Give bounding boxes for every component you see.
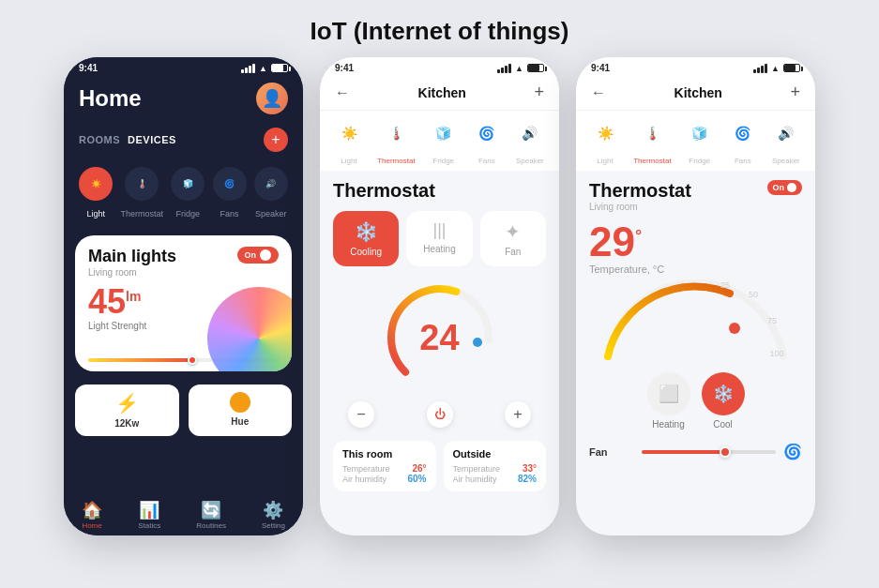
dial-value-2: 24 bbox=[419, 318, 459, 358]
dev3-light[interactable]: ☀️ Light bbox=[590, 118, 620, 167]
large-dial-svg: 100 75 50 25 bbox=[589, 277, 802, 361]
speaker-icon-2: 🔊 bbox=[515, 118, 545, 148]
temp-big-3: 29° bbox=[589, 221, 802, 263]
svg-text:75: 75 bbox=[767, 316, 777, 325]
heating-label-3: Heating bbox=[652, 419, 684, 430]
nav-statics[interactable]: 📊 Statics bbox=[138, 500, 160, 530]
dev2-light[interactable]: ☀️ Light bbox=[334, 118, 364, 167]
dev-speaker[interactable]: 🔊 Speaker bbox=[254, 167, 288, 220]
this-room-temp-value: 26° bbox=[412, 463, 426, 474]
tab-rooms[interactable]: ROOMS bbox=[79, 132, 128, 147]
fridge-icon-3: 🧊 bbox=[685, 118, 715, 148]
dev2-speaker[interactable]: 🔊 Speaker bbox=[515, 118, 545, 167]
signal-icon-2 bbox=[497, 64, 511, 73]
svg-point-2 bbox=[473, 338, 482, 347]
this-room-title: This room bbox=[342, 448, 427, 460]
svg-text:50: 50 bbox=[749, 290, 758, 299]
status-icons-3: ▲ bbox=[753, 64, 800, 73]
dev3-thermostat[interactable]: 🌡️ Thermostat bbox=[633, 118, 671, 167]
fan-slider-3[interactable] bbox=[642, 450, 776, 454]
mode-fan[interactable]: ✦ Fan bbox=[480, 211, 546, 266]
setting-icon: ⚙️ bbox=[262, 500, 285, 520]
hue-button[interactable]: Hue bbox=[189, 384, 293, 436]
dev3-fans[interactable]: 🌀 Fans bbox=[728, 118, 758, 167]
home-title: Home bbox=[79, 85, 142, 112]
outside-temp-row: Temperature 33° bbox=[453, 463, 538, 474]
phone-home: 9:41 ▲ Home ROOMS DEVICES + ☀️ Light bbox=[64, 57, 303, 535]
dev2-thermostat[interactable]: 🌡️ Thermostat bbox=[377, 118, 415, 167]
thermo-content-2: Thermostat ❄️ Cooling ||| Heating ✦ Fan bbox=[320, 171, 559, 433]
svg-text:100: 100 bbox=[769, 349, 783, 358]
mode-heating[interactable]: ||| Heating bbox=[406, 211, 472, 266]
add-button[interactable]: + bbox=[264, 128, 288, 152]
status-bar-2: 9:41 ▲ bbox=[320, 57, 559, 77]
bottom-nav: 🏠 Home 📊 Statics 🔄 Routines ⚙️ Setting bbox=[64, 492, 303, 535]
battery-icon-2 bbox=[527, 64, 544, 72]
dev-light[interactable]: ☀️ Light bbox=[79, 167, 113, 220]
sun-icon: ☀️ bbox=[91, 179, 101, 188]
phone3-header: ← Kitchen + bbox=[576, 77, 815, 111]
temp-unit-3: Temperature, °C bbox=[589, 264, 802, 275]
nav-home[interactable]: 🏠 Home bbox=[82, 500, 102, 530]
dev2-fans[interactable]: 🌀 Fans bbox=[472, 118, 502, 167]
toggle-knob bbox=[260, 249, 271, 261]
home-icon: 🏠 bbox=[82, 500, 102, 520]
dev-fans[interactable]: 🌀 Fans bbox=[213, 167, 247, 220]
bolt-button[interactable]: ⚡ 12Kw bbox=[75, 384, 179, 436]
wifi-icon-2: ▲ bbox=[515, 64, 523, 73]
plus-button-3[interactable]: + bbox=[790, 83, 800, 102]
dev3-speaker[interactable]: 🔊 Speaker bbox=[771, 118, 801, 167]
cool-btn-large[interactable]: ❄️ Cool bbox=[702, 372, 745, 430]
cool-label-3: Cool bbox=[713, 419, 733, 430]
thermo-subtitle-3: Living room bbox=[589, 202, 691, 212]
status-bar-3: 9:41 ▲ bbox=[576, 57, 815, 77]
ml-subtitle: Living room bbox=[88, 267, 279, 278]
fan-label-3: Fan bbox=[589, 446, 634, 458]
battery-icon-3 bbox=[783, 64, 800, 72]
outside-temp-label: Temperature bbox=[453, 464, 501, 474]
heating-btn-large[interactable]: ⬜ Heating bbox=[647, 372, 690, 430]
dev3-fridge[interactable]: 🧊 Fridge bbox=[685, 118, 715, 167]
heating-icon-3: ⬜ bbox=[659, 384, 679, 404]
bolt-label: 12Kw bbox=[114, 418, 139, 429]
plus-button-2[interactable]: + bbox=[534, 83, 544, 102]
ml-toggle[interactable]: On bbox=[237, 247, 280, 264]
dev-thermostat[interactable]: 🌡️ Thermostat bbox=[120, 167, 163, 220]
device-icons-light-2: ☀️ Light 🌡️ Thermostat 🧊 Fridge 🌀 Fans 🔊… bbox=[320, 111, 559, 171]
heating-label: Heating bbox=[423, 244, 455, 254]
status-time-2: 9:41 bbox=[335, 63, 354, 73]
device-buttons: ⚡ 12Kw Hue bbox=[64, 379, 303, 440]
decrease-button[interactable]: − bbox=[348, 401, 374, 428]
thermo-main-title-3: Thermostat bbox=[589, 180, 691, 202]
wifi-icon-1: ▲ bbox=[259, 64, 267, 73]
mode-buttons-large-3: ⬜ Heating ❄️ Cool bbox=[576, 365, 815, 437]
on-toggle-3[interactable]: On bbox=[767, 180, 803, 195]
increase-button[interactable]: + bbox=[505, 401, 531, 428]
thermo-title-2: Thermostat bbox=[333, 180, 546, 202]
fans-icon-3: 🌀 bbox=[728, 118, 758, 148]
tab-devices[interactable]: DEVICES bbox=[128, 132, 184, 147]
room-stats: This room Temperature 26° Air humidity 6… bbox=[320, 433, 559, 497]
outside-humidity-value: 82% bbox=[518, 474, 537, 484]
this-room-humidity-value: 60% bbox=[407, 474, 426, 484]
power-button[interactable]: ⏻ bbox=[427, 401, 453, 428]
status-bar-1: 9:41 ▲ bbox=[64, 57, 303, 77]
sun-icon-2: ☀️ bbox=[334, 118, 364, 148]
heating-icon: ||| bbox=[432, 220, 446, 240]
header-title-2: Kitchen bbox=[418, 85, 466, 100]
dev2-fridge[interactable]: 🧊 Fridge bbox=[429, 118, 459, 167]
back-button-2[interactable]: ← bbox=[335, 84, 350, 101]
nav-setting[interactable]: ⚙️ Setting bbox=[262, 500, 285, 530]
this-room-humidity-label: Air humidity bbox=[342, 475, 386, 484]
phone-thermostat: 9:41 ▲ ← Kitchen + ☀️ Light 🌡️ Therm bbox=[320, 57, 559, 535]
mode-cooling[interactable]: ❄️ Cooling bbox=[333, 211, 399, 266]
nav-routines[interactable]: 🔄 Routines bbox=[196, 500, 226, 530]
toggle-label: On bbox=[245, 250, 257, 260]
fan-icon: ✦ bbox=[505, 220, 521, 243]
dev-fridge[interactable]: 🧊 Fridge bbox=[171, 167, 205, 220]
avatar[interactable] bbox=[256, 83, 288, 114]
hue-icon bbox=[230, 392, 250, 413]
this-room-temp-row: Temperature 26° bbox=[342, 463, 427, 474]
wifi-icon-3: ▲ bbox=[771, 64, 780, 73]
back-button-3[interactable]: ← bbox=[591, 84, 606, 101]
